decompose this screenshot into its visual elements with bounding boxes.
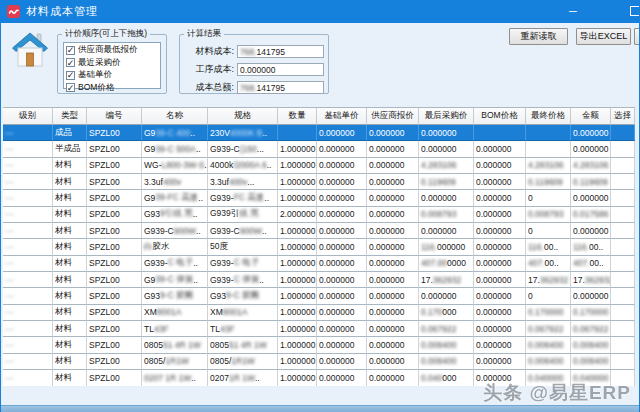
cell-r3-c11[interactable]: 0.119609 [571, 174, 611, 190]
cell-r8-c11[interactable]: 407.00.. [571, 256, 611, 272]
cell-r14-c4[interactable]: 0805/1R1W [208, 354, 278, 370]
cell-r12-c4[interactable]: TL43F [208, 321, 278, 337]
cell-r14-c12[interactable] [611, 354, 635, 370]
cell-r12-c7[interactable]: 0.000000 [367, 321, 419, 337]
cell-r1-c3[interactable]: G939-C 500A.. [142, 141, 208, 157]
column-header-7[interactable]: 供应商报价 [367, 108, 419, 125]
column-header-9[interactable]: BOM价格 [474, 108, 526, 125]
home-icon[interactable] [11, 31, 49, 73]
cell-r2-c3[interactable]: WG-L800-3W-S.. [142, 158, 208, 174]
cell-r11-c4[interactable]: XM8001A [208, 305, 278, 321]
cell-r7-c11[interactable]: 116.00.. [571, 239, 611, 255]
cell-r2-c1[interactable]: 材料 [53, 158, 87, 174]
cell-r14-c8[interactable]: 0.008400 [419, 354, 474, 370]
cell-r13-c7[interactable]: 0.000000 [367, 337, 419, 353]
cell-r10-c3[interactable]: G939-C 胶圈 [142, 288, 208, 304]
cell-r3-c4[interactable]: 3.3uf 400v ... [208, 174, 278, 190]
cell-r5-c0[interactable]: — [3, 207, 53, 223]
cell-r11-c1[interactable]: 材料 [53, 305, 87, 321]
cell-r0-c4[interactable]: 230V4000K B.. [208, 125, 278, 141]
cell-r9-c4[interactable]: G939-C 弹簧.. [208, 272, 278, 288]
cell-r14-c5[interactable]: 1.000000 [278, 354, 317, 370]
table-row[interactable]: —材料SPZL00G939-C 胶圈G939-C 胶圈1.0000000.000… [3, 288, 635, 304]
table-row[interactable]: —材料SPZL00TL43FTL43F1.0000000.0000000.000… [3, 321, 635, 337]
table-row[interactable]: —材料SPZL00G939-FC 高速..G939-FC 高速..1.00000… [3, 190, 635, 206]
checkbox-bom-price[interactable]: ✓ BOM价格 [66, 82, 158, 95]
cell-r0-c3[interactable]: G939-C 400.. [142, 125, 208, 141]
cell-r8-c0[interactable]: — [3, 256, 53, 272]
table-row[interactable]: —材料SPZL00G939-C 弹簧..G939-C 弹簧..1.0000000… [3, 272, 635, 288]
cell-r0-c7[interactable]: 0.000000 [367, 125, 419, 141]
cell-r6-c5[interactable]: 1.000000 [278, 223, 317, 239]
cell-r6-c3[interactable]: G939-C 900W.. [142, 223, 208, 239]
cell-r5-c11[interactable]: 0.017586 [571, 207, 611, 223]
cell-r8-c6[interactable]: 0.000000 [317, 256, 367, 272]
cell-r11-c7[interactable]: 0.000000 [367, 305, 419, 321]
cell-r0-c0[interactable]: — [3, 125, 53, 141]
cell-r4-c10[interactable]: 0 [526, 190, 571, 206]
cell-r4-c1[interactable]: 材料 [53, 190, 87, 206]
cell-r6-c9[interactable]: 0.000000 [474, 223, 526, 239]
cell-r7-c4[interactable]: 50度 [208, 239, 278, 255]
cell-r5-c1[interactable]: 材料 [53, 207, 87, 223]
column-header-3[interactable]: 名称 [142, 108, 208, 125]
cell-r5-c12[interactable] [611, 207, 635, 223]
cell-r7-c3[interactable]: 白胶水 [142, 239, 208, 255]
column-header-1[interactable]: 类型 [53, 108, 87, 125]
cell-r15-c6[interactable]: 0.000000 [317, 370, 367, 386]
cell-r10-c5[interactable]: 1.000000 [278, 288, 317, 304]
cell-r12-c8[interactable]: 0.067922 [419, 321, 474, 337]
cell-r9-c12[interactable] [611, 272, 635, 288]
cell-r15-c7[interactable]: 0.000000 [367, 370, 419, 386]
cell-r5-c3[interactable]: G939引线 黑.. [142, 207, 208, 223]
cell-r4-c11[interactable]: 0.000000 [571, 190, 611, 206]
cell-r14-c2[interactable]: SPZL00 [87, 354, 142, 370]
cell-r7-c8[interactable]: 116.000000 [419, 239, 474, 255]
cell-r0-c10[interactable] [526, 125, 571, 141]
cell-r9-c7[interactable]: 0.000000 [367, 272, 419, 288]
cell-r0-c8[interactable]: 0.000000 [419, 125, 474, 141]
cell-r13-c8[interactable]: 0.008400 [419, 337, 474, 353]
cell-r3-c12[interactable] [611, 174, 635, 190]
cell-r1-c7[interactable]: 0.000000 [367, 141, 419, 157]
cell-r3-c5[interactable]: 1.000000 [278, 174, 317, 190]
table-row[interactable]: —半成品SPZL00G939-C 500A..G939-C (150...1.0… [3, 141, 635, 157]
cell-r11-c0[interactable]: — [3, 305, 53, 321]
cell-r4-c12[interactable] [611, 190, 635, 206]
cell-r15-c4[interactable]: 0207 1R 1W.. [208, 370, 278, 386]
cell-r7-c0[interactable]: — [3, 239, 53, 255]
process-cost-field[interactable]: 0.000000 [237, 63, 324, 76]
cell-r11-c8[interactable]: 0.170000 [419, 305, 474, 321]
column-header-4[interactable]: 规格 [208, 108, 278, 125]
cell-r14-c0[interactable]: — [3, 354, 53, 370]
cell-r9-c1[interactable]: 材料 [53, 272, 87, 288]
maximize-button[interactable] [630, 6, 640, 16]
cell-r2-c9[interactable]: 0.000000 [474, 158, 526, 174]
cell-r12-c3[interactable]: TL43F [142, 321, 208, 337]
cell-r3-c9[interactable]: 0.000000 [474, 174, 526, 190]
cell-r4-c9[interactable]: 0.000000 [474, 190, 526, 206]
cell-r10-c9[interactable]: 0.000000 [474, 288, 526, 304]
cell-r3-c0[interactable]: — [3, 174, 53, 190]
cell-r13-c9[interactable]: 0.000000 [474, 337, 526, 353]
cell-r1-c5[interactable]: 1.000000 [278, 141, 317, 157]
cell-r14-c6[interactable]: 0.000000 [317, 354, 367, 370]
cell-r9-c0[interactable]: — [3, 272, 53, 288]
cell-r2-c6[interactable]: 0.000000 [317, 158, 367, 174]
cell-r11-c12[interactable] [611, 305, 635, 321]
table-row[interactable]: —材料SPZL00白胶水50度1.0000000.0000000.0000001… [3, 239, 635, 255]
cell-r12-c0[interactable]: — [3, 321, 53, 337]
cell-r6-c8[interactable]: 0.000000 [419, 223, 474, 239]
cell-r9-c3[interactable]: G939-C 弹簧.. [142, 272, 208, 288]
cell-r5-c8[interactable]: 0.008793 [419, 207, 474, 223]
cell-r2-c7[interactable]: 0.000000 [367, 158, 419, 174]
column-header-0[interactable]: 级别 [3, 108, 53, 125]
cell-r4-c4[interactable]: G939-FC 高速.. [208, 190, 278, 206]
cell-r7-c2[interactable]: SPZL00 [87, 239, 142, 255]
cell-r13-c3[interactable]: 0805 51 4R 1W [142, 337, 208, 353]
cell-r12-c11[interactable]: 0.067922 [571, 321, 611, 337]
cell-r11-c11[interactable]: 0.170000 [571, 305, 611, 321]
column-header-6[interactable]: 基础单价 [317, 108, 367, 125]
cell-r0-c1[interactable]: 成品 [53, 125, 87, 141]
cell-r12-c2[interactable]: SPZL00 [87, 321, 142, 337]
